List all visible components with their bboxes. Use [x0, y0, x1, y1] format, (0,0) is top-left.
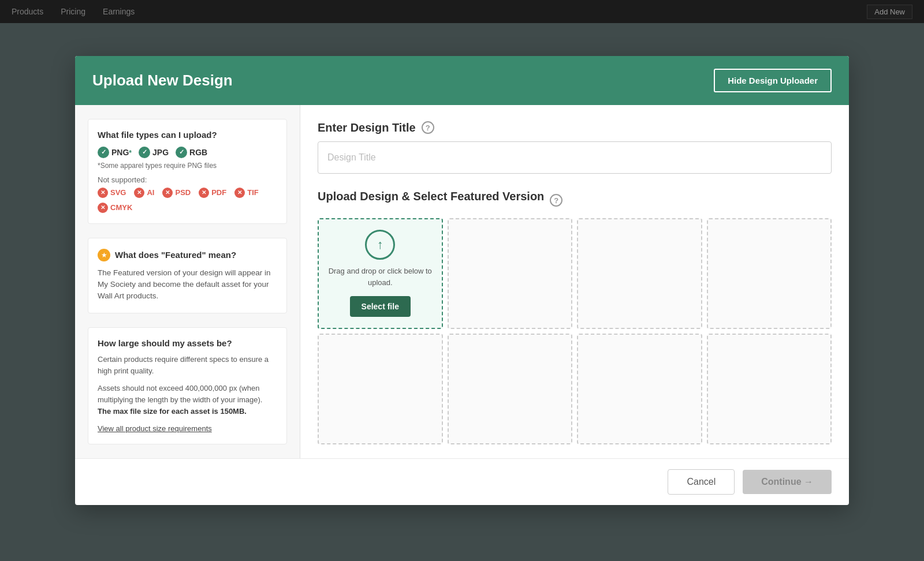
- upload-arrow-icon: ↑: [365, 230, 395, 260]
- upload-slot-8[interactable]: [707, 334, 832, 444]
- rgb-check-icon: ✓: [176, 147, 187, 158]
- ai-label: AI: [147, 188, 154, 197]
- cmyk-label: CMYK: [110, 203, 132, 212]
- featured-description: The Featured version of your design will…: [98, 267, 277, 302]
- design-title-section-header: Enter Design Title ?: [318, 121, 832, 134]
- featured-title: What does "Featured" mean?: [115, 250, 236, 260]
- design-title-help-icon[interactable]: ?: [422, 121, 434, 134]
- upload-slot-primary[interactable]: ↑ Drag and drop or click below to upload…: [318, 218, 443, 329]
- view-requirements-link[interactable]: View all product size requirements: [98, 424, 212, 433]
- cancel-button[interactable]: Cancel: [668, 469, 735, 495]
- file-types-title: What file types can I upload?: [98, 130, 277, 140]
- upload-slot-7[interactable]: [577, 334, 702, 444]
- upload-slot-4[interactable]: [707, 218, 832, 329]
- jpg-type: ✓ JPG: [139, 147, 169, 158]
- pdf-x-icon: ✕: [199, 188, 209, 198]
- continue-button[interactable]: Continue →: [743, 470, 832, 494]
- png-note: *Some apparel types require PNG files: [98, 162, 277, 170]
- cmyk-x-icon: ✕: [98, 203, 108, 213]
- upload-section-help-icon[interactable]: ?: [550, 194, 562, 207]
- upload-slot-6[interactable]: [448, 334, 573, 444]
- svg-type: ✕ SVG: [98, 188, 126, 198]
- tif-x-icon: ✕: [234, 188, 245, 198]
- rgb-type: ✓ RGB: [176, 147, 207, 158]
- main-content: Enter Design Title ? Upload Design & Sel…: [300, 105, 849, 458]
- modal-overlay: Upload New Design Hide Design Uploader W…: [0, 0, 924, 561]
- psd-type: ✕ PSD: [162, 188, 191, 198]
- upload-drop-text: Drag and drop or click below to upload.: [328, 265, 433, 288]
- star-icon: ★: [98, 249, 110, 261]
- hide-uploader-button[interactable]: Hide Design Uploader: [714, 69, 832, 92]
- file-types-section: What file types can I upload? ✓ PNG* ✓ J…: [88, 119, 287, 224]
- rgb-label: RGB: [189, 148, 207, 157]
- asset-size-title: How large should my assets be?: [98, 338, 277, 348]
- max-file-size-bold: The max file size for each asset is 150M…: [98, 407, 247, 416]
- upload-slot-2[interactable]: [448, 218, 573, 329]
- modal-title: Upload New Design: [92, 72, 233, 89]
- modal-footer: Cancel Continue →: [75, 458, 849, 505]
- upload-section-label: Upload Design & Select Featured Version: [318, 190, 544, 203]
- modal-body: What file types can I upload? ✓ PNG* ✓ J…: [75, 105, 849, 458]
- upload-slot-3[interactable]: [577, 218, 702, 329]
- upload-slot-5[interactable]: [318, 334, 443, 444]
- pdf-label: PDF: [211, 188, 226, 197]
- asset-size-desc-1: Certain products require different specs…: [98, 354, 277, 377]
- asset-size-section: How large should my assets be? Certain p…: [88, 327, 287, 445]
- supported-file-types-row: ✓ PNG* ✓ JPG ✓ RGB: [98, 147, 277, 158]
- tif-type: ✕ TIF: [234, 188, 259, 198]
- sidebar: What file types can I upload? ✓ PNG* ✓ J…: [75, 105, 300, 458]
- design-title-input[interactable]: [318, 141, 832, 174]
- ai-type: ✕ AI: [134, 188, 154, 198]
- unsupported-types-row: ✕ SVG ✕ AI ✕ PSD ✕ PDF: [98, 188, 277, 213]
- featured-section: ★ What does "Featured" mean? The Feature…: [88, 238, 287, 313]
- pdf-type: ✕ PDF: [199, 188, 226, 198]
- upload-design-modal: Upload New Design Hide Design Uploader W…: [75, 56, 849, 505]
- psd-x-icon: ✕: [162, 188, 173, 198]
- png-check-icon: ✓: [98, 147, 109, 158]
- design-title-label: Enter Design Title: [318, 121, 416, 134]
- psd-label: PSD: [175, 188, 191, 197]
- upload-slot-primary-content: ↑ Drag and drop or click below to upload…: [319, 220, 442, 326]
- png-label: PNG*: [111, 148, 132, 157]
- tif-label: TIF: [247, 188, 259, 197]
- ai-x-icon: ✕: [134, 188, 144, 198]
- upload-section-header: Upload Design & Select Featured Version …: [318, 190, 832, 211]
- featured-title-row: ★ What does "Featured" mean?: [98, 249, 277, 261]
- jpg-label: JPG: [152, 148, 169, 157]
- svg-label: SVG: [110, 188, 126, 197]
- png-type: ✓ PNG*: [98, 147, 132, 158]
- modal-header: Upload New Design Hide Design Uploader: [75, 56, 849, 105]
- select-file-button[interactable]: Select file: [350, 296, 411, 317]
- svg-x-icon: ✕: [98, 188, 108, 198]
- upload-grid: ↑ Drag and drop or click below to upload…: [318, 218, 832, 444]
- not-supported-label: Not supported:: [98, 175, 277, 184]
- jpg-check-icon: ✓: [139, 147, 150, 158]
- asset-size-desc-2: Assets should not exceed 400,000,000 px …: [98, 383, 277, 417]
- cmyk-type: ✕ CMYK: [98, 203, 132, 213]
